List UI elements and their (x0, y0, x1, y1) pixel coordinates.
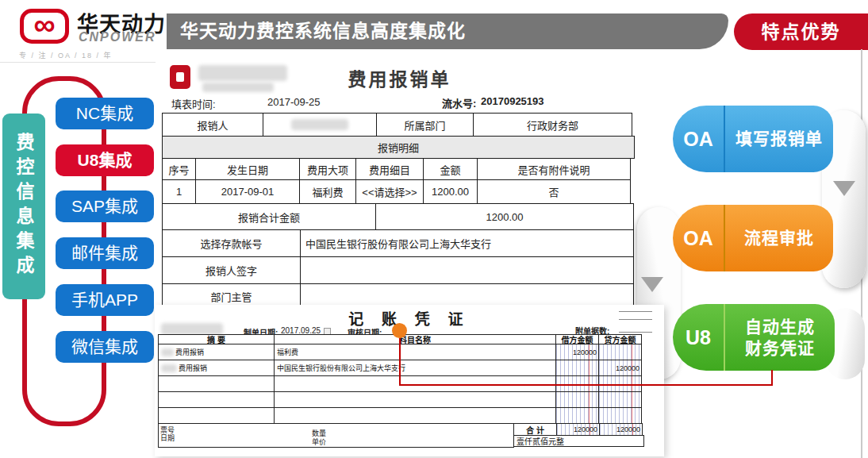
total-debit-cell: 120000 (556, 423, 600, 436)
summary-cell (158, 407, 275, 424)
cell-subitem-select[interactable]: <<请选择>> (355, 179, 424, 204)
detail-section-header: 报销明细 (162, 136, 635, 159)
table-data-row: 1 2017-09-01 福利费 <<请选择>> 1200.00 否 (163, 180, 635, 204)
sidebar-item-sap[interactable]: SAP集成 (56, 191, 154, 222)
sidebar-item-u8[interactable]: U8集成 (56, 144, 154, 176)
amount-in-words-cell: 壹仟贰佰元整 (513, 435, 644, 447)
blank-line (619, 319, 652, 320)
redacted-reporter-name (291, 119, 348, 130)
sidebar-item-wechat[interactable]: 微信集成 (56, 331, 154, 363)
page-title-banner: 华天动力费控系统信息高度集成化 (167, 13, 728, 49)
serial-number-value: 20170925193 (481, 95, 544, 107)
debit-cell (555, 391, 599, 408)
ticket-info-cell: 票号 日期 数量 单价 (158, 423, 514, 448)
sidebar-vertical-label: 费控信息集成 (10, 133, 37, 280)
summary-cell (158, 391, 275, 408)
voucher-row: 费用报销 福利费 120000 (159, 344, 645, 360)
col-header-index: 序号 (162, 158, 196, 180)
signature-value-cell (300, 256, 634, 284)
voucher-row: 费用报销 中国民生银行股份有限公司上海大华支行 120000 (159, 360, 645, 376)
flow-step-tag: OA (673, 227, 724, 250)
brand-subtitle: CNPOWER (79, 30, 156, 44)
debit-cell (555, 360, 599, 376)
table-row: 选择存款帐号 中国民生银行股份有限公司上海大华支行 (163, 230, 635, 257)
expense-form-table: 报销人 所属部门 行政财务部 报销明细 序号 发生日期 费用大项 费用细目 金额… (163, 114, 635, 310)
table-header-row: 序号 发生日期 费用大项 费用细目 金额 是否有附件说明 (163, 159, 635, 180)
col-header-attachment: 是否有附件说明 (477, 158, 631, 180)
connector-line-vertical (771, 370, 773, 386)
department-label-cell: 所属部门 (376, 113, 474, 137)
accounting-voucher: 记 账 凭 证 制单日期: 2017.09.25 审核日期: 附单据数: 摘 要… (155, 305, 664, 456)
voucher-row (159, 408, 645, 424)
redacted-voucher-stamp (161, 323, 223, 335)
audit-highlight-dot-icon (392, 323, 407, 338)
sidebar-item-mail[interactable]: 邮件集成 (56, 237, 154, 269)
flow-step-label-line1: 自动生成 (745, 318, 815, 336)
reporter-label-cell: 报销人 (162, 113, 263, 137)
credit-cell: 120000 (598, 360, 642, 376)
credit-cell (598, 344, 642, 360)
feature-badge: 特点优势 (734, 13, 868, 50)
infinity-glyph: ∞ (33, 13, 55, 37)
table-row: 报销明细 (163, 137, 635, 159)
voucher-footer: 票号 日期 数量 单价 合 计 120000 120000 壹仟贰佰元整 (159, 424, 645, 448)
flow-step-label: 流程审批 (744, 229, 814, 247)
flow-step-tag: U8 (673, 326, 724, 349)
debit-cell (555, 407, 599, 424)
cnpower-logo-icon: ∞ (20, 9, 69, 44)
voucher-table: 摘 要 科目名称 借方金额 贷方金额 费用报销 福利费 120000 费用报销 … (159, 335, 645, 448)
fill-time-label: 填表时间: (171, 96, 216, 111)
subject-cell (274, 407, 556, 424)
cell-index: 1 (162, 179, 196, 204)
connector-line-vertical (399, 337, 401, 385)
col-header-category: 费用大项 (299, 158, 356, 180)
sidebar-vertical-title: 费控信息集成 (2, 114, 45, 299)
serial-number-label: 流水号: (442, 95, 476, 110)
table-row: 报销人签字 (163, 257, 635, 284)
signature-label-cell: 报销人签字 (162, 256, 301, 284)
flow-step-label: 填写报销单 (735, 129, 823, 148)
flow-step-label-line2: 财务凭证 (745, 339, 815, 357)
voucher-row (159, 392, 645, 408)
debit-cell: 120000 (555, 344, 599, 360)
subject-cell (274, 391, 556, 408)
cell-date: 2017-09-01 (195, 179, 300, 204)
flow-arrow-down-icon (641, 277, 663, 292)
col-header-subitem: 费用细目 (355, 158, 424, 180)
flow-step-auto-voucher: U8 自动生成 财务凭证 (673, 304, 835, 371)
blank-line (619, 311, 652, 312)
total-label-cell: 合 计 (513, 423, 557, 436)
connector-line-horizontal (399, 384, 773, 386)
account-value-cell: 中国民生银行股份有限公司上海大华支行 (300, 229, 634, 257)
total-label-cell: 报销合计金额 (162, 203, 376, 230)
summary-cell: 费用报销 (158, 360, 275, 376)
attach-count-blank (619, 332, 652, 333)
flow-step-fill-form: OA 填写报销单 (673, 106, 833, 172)
subject-cell: 福利费 (274, 344, 556, 360)
cell-category: 福利费 (299, 179, 356, 204)
flow-arrow-down-icon (833, 181, 855, 196)
department-value-cell: 行政财务部 (473, 113, 632, 137)
col-header-date: 发生日期 (195, 158, 300, 180)
sidebar-item-nc[interactable]: NC集成 (56, 98, 154, 129)
redacted-text (161, 364, 177, 372)
credit-cell (598, 391, 642, 408)
summary-cell: 费用报销 (158, 344, 275, 360)
summary-cell (158, 375, 275, 392)
total-credit-cell: 120000 (599, 423, 643, 436)
sidebar-item-mobile-app[interactable]: 手机APP (56, 284, 154, 316)
expense-form-title: 费用报销单 (163, 64, 636, 91)
subject-cell: 中国民生银行股份有限公司上海大华支行 (274, 360, 556, 376)
reporter-value-cell (263, 113, 377, 137)
brand-tagline: 专 / 注 / OA / 18 / 年 (19, 50, 113, 60)
redacted-text (161, 348, 174, 356)
price-label: 单价 (312, 437, 326, 447)
date-label: 日期 (160, 433, 175, 443)
cell-amount: 1200.00 (423, 179, 478, 204)
col-header-amount: 金额 (423, 158, 478, 180)
fill-time-value: 2017-09-25 (267, 96, 321, 108)
credit-cell (598, 407, 642, 424)
table-row: 报销合计金额 1200.00 (163, 204, 635, 230)
total-value-cell: 1200.00 (375, 203, 634, 230)
cell-attachment: 否 (477, 179, 631, 204)
